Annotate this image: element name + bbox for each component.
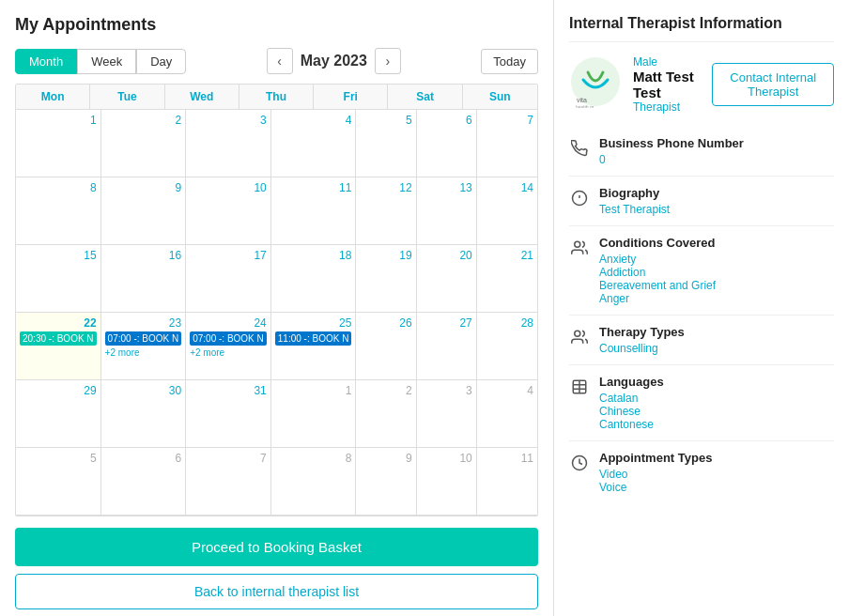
vita-logo-icon: vita health.gr xyxy=(569,55,622,108)
table-row: 2 xyxy=(356,380,416,448)
booking-basket-button[interactable]: Proceed to Booking Basket xyxy=(15,528,538,566)
bottom-buttons: Proceed to Booking Basket Back to intern… xyxy=(15,528,538,609)
appointment-icon xyxy=(569,453,590,473)
therapist-name: Matt Test Test xyxy=(633,69,697,100)
table-row: 8 xyxy=(271,448,357,516)
appt-video: Video xyxy=(599,468,834,481)
conditions-icon xyxy=(569,238,590,258)
calendar-header: Mon Tue Wed Thu Fri Sat Sun xyxy=(16,85,537,110)
table-row: 3 xyxy=(186,110,271,177)
list-item[interactable]: 07:00 -: BOOK N xyxy=(105,331,182,346)
more-events[interactable]: +2 more xyxy=(190,347,267,358)
table-row: 6 xyxy=(417,110,477,177)
language-icon xyxy=(569,377,590,397)
list-item[interactable]: 07:00 -: BOOK N xyxy=(190,331,267,346)
table-row: 7 xyxy=(477,110,537,177)
appt-voice: Voice xyxy=(599,481,834,494)
languages-section: Languages Catalan Chinese Cantonese xyxy=(569,365,834,441)
calendar-nav: ‹ May 2023 › xyxy=(267,48,401,74)
table-row: 7 xyxy=(186,448,271,516)
phone-section: Business Phone Number 0 xyxy=(569,127,834,177)
list-item[interactable]: 11:00 -: BOOK N xyxy=(275,331,352,346)
table-row: 11 xyxy=(271,177,357,245)
header-fri: Fri xyxy=(314,85,388,110)
table-row: 24 07:00 -: BOOK N +2 more xyxy=(186,313,271,380)
appointment-types-section: Appointment Types Video Voice xyxy=(569,441,834,503)
table-row: 8 xyxy=(16,177,101,245)
phone-content: Business Phone Number 0 xyxy=(599,136,834,166)
table-row: 20 xyxy=(417,245,477,313)
table-row: 26 xyxy=(356,313,416,380)
svg-text:vita: vita xyxy=(577,97,587,103)
therapy-section: Therapy Types Counselling xyxy=(569,316,834,365)
tab-month[interactable]: Month xyxy=(15,49,77,74)
table-row: 10 xyxy=(417,448,477,516)
therapy-value: Counselling xyxy=(599,342,834,355)
table-row: 1 xyxy=(16,110,101,177)
more-events[interactable]: +2 more xyxy=(105,347,182,358)
therapist-details: Male Matt Test Test Therapist xyxy=(633,55,697,114)
bio-label: Biography xyxy=(599,186,834,200)
table-row: 21 xyxy=(477,245,537,313)
table-row: 12 xyxy=(356,177,416,245)
table-row: 19 xyxy=(356,245,416,313)
conditions-grief: Bereavement and Grief xyxy=(599,279,834,292)
tab-week[interactable]: Week xyxy=(77,49,136,74)
calendar-body: 1 2 3 4 5 6 7 8 9 10 11 12 13 14 15 16 1… xyxy=(16,110,537,516)
table-row: 25 11:00 -: BOOK N xyxy=(271,313,357,380)
table-row: 22 20:30 -: BOOK N xyxy=(16,313,101,380)
header-tue: Tue xyxy=(90,85,164,110)
table-row: 3 xyxy=(417,380,477,448)
table-row: 5 xyxy=(356,110,416,177)
therapist-gender: Male xyxy=(633,55,697,69)
next-month-button[interactable]: › xyxy=(375,48,401,74)
table-row: 16 xyxy=(101,245,187,313)
conditions-anxiety: Anxiety xyxy=(599,253,834,266)
lang-chinese: Chinese xyxy=(599,405,834,418)
header-thu: Thu xyxy=(239,85,314,110)
calendar: Mon Tue Wed Thu Fri Sat Sun 1 2 3 4 5 6 … xyxy=(15,84,538,516)
phone-label: Business Phone Number xyxy=(599,136,834,150)
svg-text:health.gr: health.gr xyxy=(576,104,594,108)
therapist-info-panel: Internal Therapist Information vita heal… xyxy=(554,0,849,616)
calendar-controls: Month Week Day ‹ May 2023 › Today xyxy=(15,48,538,74)
contact-therapist-button[interactable]: Contact Internal Therapist xyxy=(712,63,834,106)
table-row: 5 xyxy=(16,448,101,516)
table-row: 14 xyxy=(477,177,537,245)
prev-month-button[interactable]: ‹ xyxy=(267,48,293,74)
tab-day[interactable]: Day xyxy=(136,49,186,74)
header-sat: Sat xyxy=(388,85,462,110)
panel-title: My Appointments xyxy=(15,15,538,35)
list-item[interactable]: 20:30 -: BOOK N xyxy=(20,331,97,346)
table-row: 13 xyxy=(417,177,477,245)
back-to-list-button[interactable]: Back to internal therapist list xyxy=(15,574,538,609)
conditions-addiction: Addiction xyxy=(599,266,834,279)
table-row: 30 xyxy=(101,380,187,448)
table-row: 1 xyxy=(271,380,357,448)
today-button[interactable]: Today xyxy=(481,49,538,74)
table-row: 27 xyxy=(417,313,477,380)
table-row: 4 xyxy=(477,380,537,448)
view-tabs: Month Week Day xyxy=(15,49,186,74)
table-row: 10 xyxy=(186,177,271,245)
conditions-section: Conditions Covered Anxiety Addiction Ber… xyxy=(569,226,834,316)
therapist-logo: vita health.gr xyxy=(569,55,622,108)
conditions-anger: Anger xyxy=(599,292,834,305)
languages-content: Languages Catalan Chinese Cantonese xyxy=(599,375,834,431)
therapy-label: Therapy Types xyxy=(599,325,834,339)
table-row: 18 xyxy=(271,245,357,313)
month-label: May 2023 xyxy=(301,53,367,69)
therapist-role: Therapist xyxy=(633,100,697,114)
appointment-label: Appointment Types xyxy=(599,451,834,465)
table-row: 2 xyxy=(101,110,187,177)
lang-catalan: Catalan xyxy=(599,392,834,405)
table-row: 9 xyxy=(101,177,187,245)
table-row: 15 xyxy=(16,245,101,313)
info-icon xyxy=(569,188,590,208)
therapy-content: Therapy Types Counselling xyxy=(599,325,834,355)
table-row: 6 xyxy=(101,448,187,516)
conditions-content: Conditions Covered Anxiety Addiction Ber… xyxy=(599,236,834,305)
phone-icon xyxy=(569,138,590,159)
table-row: 9 xyxy=(356,448,416,516)
languages-label: Languages xyxy=(599,375,834,389)
